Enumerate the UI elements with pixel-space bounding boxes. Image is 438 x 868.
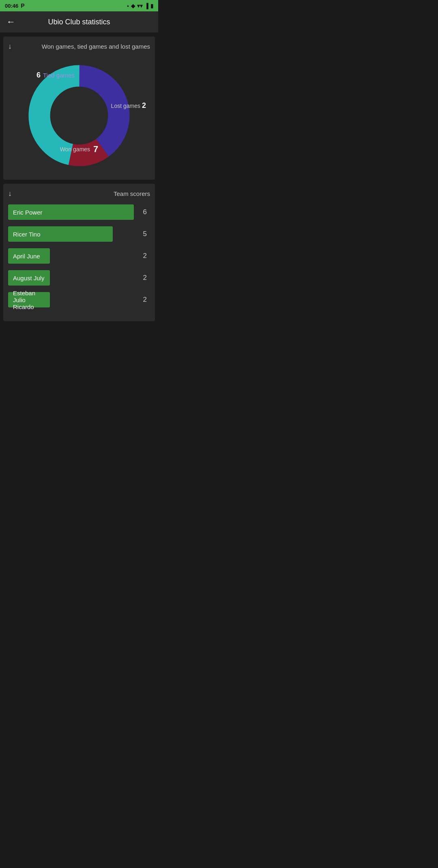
donut-chart-title: Won games, tied games and lost games [42,43,150,50]
won-value: 7 [93,144,98,155]
scorer-bar: Eric Power [8,204,134,220]
time-display: 00:46 [5,3,18,9]
scorer-score: 2 [143,274,150,282]
scorers-header: Team scorers [8,189,150,198]
scorer-row: April June2 [8,248,150,264]
status-left: 00:46 P [5,2,25,9]
scorer-row: Eric Power6 [8,204,150,220]
scorer-bar: April June [8,248,50,264]
tied-value: 6 [36,71,41,79]
scorer-score: 6 [143,208,150,216]
scorer-bar: Esteban Julio Ricardo [8,292,50,307]
lost-games-label: Lost games 2 [111,101,146,110]
parking-icon: P [21,2,24,9]
tied-label: Tied games [43,72,75,79]
scorer-bar: August July [8,270,50,286]
download-scorers-icon[interactable] [8,189,12,198]
scorers-card: Team scorers Eric Power6Ricer Tino5April… [3,184,155,321]
scorer-score: 2 [143,296,150,304]
battery-icon: ▮ [150,3,153,9]
donut-section-header: Won games, tied games and lost games [8,42,150,51]
tied-games-label: 6 Tied games [36,71,75,79]
scorer-row: August July2 [8,270,150,286]
scorer-bar: Ricer Tino [8,226,113,242]
dot-indicator: • [127,3,129,9]
donut-chart-container: 6 Tied games Lost games 2 Won games 7 [8,55,150,172]
download-donut-icon[interactable] [8,42,12,51]
scorer-score: 5 [143,230,150,238]
wifi-icon: ▾▾ [137,3,143,9]
status-bar: 00:46 P • ◆ ▾▾ ▐ ▮ [0,0,158,11]
won-label: Won games [60,146,90,153]
lost-value: 2 [142,101,146,110]
donut-chart-card: Won games, tied games and lost games 6 T… [3,37,155,180]
won-games-label: Won games 7 [60,144,99,155]
scorer-score: 2 [143,252,150,260]
scorer-row: Esteban Julio Ricardo2 [8,292,150,307]
diamond-icon: ◆ [131,3,135,9]
scorers-list: Eric Power6Ricer Tino5April June2August … [8,204,150,307]
signal-icon: ▐ [145,3,148,9]
scorers-title: Team scorers [114,190,150,197]
top-bar: ← Ubio Club statistics [0,11,158,32]
status-right: • ◆ ▾▾ ▐ ▮ [127,3,153,9]
lost-label: Lost games [111,103,140,109]
page-title: Ubio Club statistics [22,18,136,26]
scorer-row: Ricer Tino5 [8,226,150,242]
back-button[interactable]: ← [6,17,15,27]
